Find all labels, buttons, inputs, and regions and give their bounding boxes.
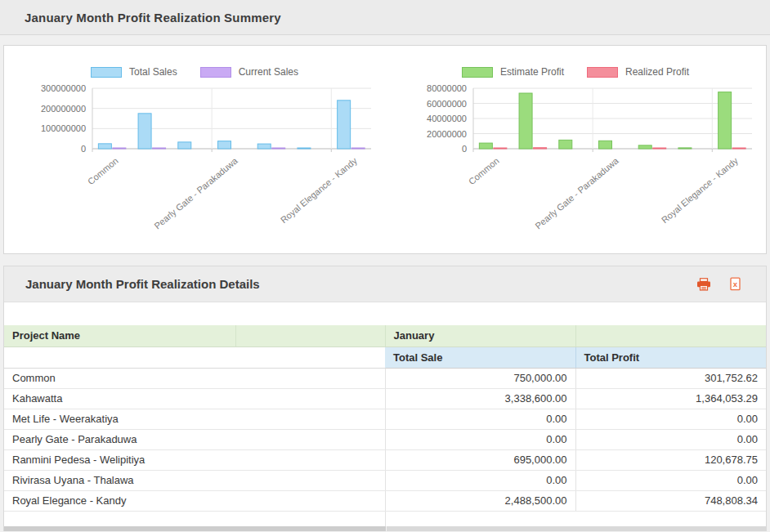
details-panel: January Month Profit Realization Details…	[3, 266, 767, 531]
total-profit-cell: 301,752.62	[575, 368, 766, 388]
table-scrollbar-track	[4, 526, 766, 531]
left-pane-scrollbar[interactable]	[4, 526, 386, 531]
export-excel-button[interactable]: x	[727, 277, 743, 292]
total-sale-cell: 750,000.00	[385, 368, 575, 388]
bar	[494, 148, 507, 149]
legend-item[interactable]: Estimate Profit	[462, 66, 564, 78]
svg-text:60000000: 60000000	[427, 99, 467, 109]
charts-panel: Total SalesCurrent Sales0100000000200000…	[3, 45, 767, 254]
bar	[678, 148, 692, 149]
svg-text:0: 0	[462, 144, 467, 154]
print-button[interactable]	[696, 277, 712, 292]
total-profit-cell: 0.00	[575, 470, 766, 490]
bar	[638, 145, 651, 149]
col-header-total-profit: Total Profit	[575, 346, 766, 368]
total-sale-cell: 2,488,500.00	[385, 490, 575, 511]
bar	[138, 114, 151, 149]
bar	[298, 148, 311, 149]
total-profit-cell: 1,364,053.29	[575, 388, 766, 409]
total-sale-cell: 695,000.00	[385, 449, 575, 470]
total-profit-cell: 748,808.34	[575, 490, 766, 511]
svg-text:x: x	[732, 279, 737, 288]
table-row: Common 750,000.00 301,752.62	[4, 368, 766, 388]
legend-swatch	[200, 67, 231, 78]
table-row: Pearly Gate - Parakaduwa 0.00 0.00	[4, 429, 766, 449]
details-table-wrap: Project Name January Total Sale Total Pr…	[4, 302, 766, 526]
bar	[599, 141, 612, 149]
details-title-bar: January Month Profit Realization Details…	[4, 266, 766, 302]
svg-text:100000000: 100000000	[41, 123, 86, 133]
print-icon	[696, 278, 711, 291]
table-row: Kahawatta 3,338,600.00 1,364,053.29	[4, 388, 766, 409]
bar	[479, 143, 492, 149]
svg-text:Pearly Gate - Parakaduwa: Pearly Gate - Parakaduwa	[152, 155, 240, 231]
project-name-cell: Pearly Gate - Parakaduwa	[4, 429, 385, 449]
table-row: Ranmini Pedesa - Welipitiya 695,000.00 1…	[4, 449, 766, 470]
svg-text:Common: Common	[467, 155, 501, 186]
col-header-spacer	[235, 325, 385, 346]
svg-text:200000000: 200000000	[41, 104, 86, 114]
sales-chart-legend: Total SalesCurrent Sales	[4, 65, 385, 78]
bar	[351, 148, 365, 149]
total-profit-cell: 120,678.75	[575, 449, 766, 470]
legend-item[interactable]: Total Sales	[91, 66, 177, 78]
svg-text:Common: Common	[86, 155, 120, 186]
summary-title-bar: January Month Profit Realization Summery	[0, 0, 770, 35]
svg-text:Royal Elegance - Kandy: Royal Elegance - Kandy	[660, 155, 741, 225]
legend-swatch	[91, 67, 122, 78]
bar	[653, 148, 666, 149]
profit-chart-plot: 020000000400000006000000080000000CommonP…	[387, 78, 763, 248]
svg-text:300000000: 300000000	[41, 83, 86, 93]
table-row: Royal Elegance - Kandy 2,488,500.00 748,…	[4, 490, 766, 511]
project-name-cell: Common	[4, 368, 385, 388]
total-sale-cell: 0.00	[385, 470, 575, 490]
bar	[519, 93, 532, 149]
svg-text:Royal Elegance - Kandy: Royal Elegance - Kandy	[279, 155, 360, 225]
profit-chart: Estimate ProfitRealized Profit0200000004…	[385, 46, 766, 253]
total-sale-cell: 3,338,600.00	[385, 388, 575, 409]
legend-label: Current Sales	[239, 66, 298, 78]
legend-label: Total Sales	[129, 66, 177, 78]
bar	[272, 148, 285, 149]
bar	[534, 148, 547, 149]
details-table: Project Name January Total Sale Total Pr…	[4, 325, 766, 526]
project-name-cell: Met Life - Weerakatiya	[4, 409, 385, 429]
svg-text:40000000: 40000000	[427, 114, 467, 123]
profit-chart-legend: Estimate ProfitRealized Profit	[385, 65, 766, 78]
bar	[178, 142, 191, 149]
total-profit-cell: 0.00	[575, 429, 766, 449]
svg-text:20000000: 20000000	[427, 129, 467, 139]
bar	[113, 148, 126, 149]
col-header-january: January	[385, 325, 575, 346]
details-table-body: Common 750,000.00 301,752.62 Kahawatta 3…	[4, 368, 766, 511]
svg-text:80000000: 80000000	[427, 83, 467, 93]
total-profit-cell: 0.00	[575, 409, 766, 429]
summary-title: January Month Profit Realization Summery	[25, 11, 281, 25]
details-title: January Month Profit Realization Details	[25, 277, 696, 291]
legend-swatch	[587, 67, 618, 78]
sales-chart-plot: 0100000000200000000300000000CommonPearly…	[7, 78, 383, 248]
bar	[98, 144, 111, 149]
sales-chart: Total SalesCurrent Sales0100000000200000…	[4, 46, 385, 253]
bar	[719, 92, 732, 149]
table-row: Rivirasa Uyana - Thalawa 0.00 0.00	[4, 470, 766, 490]
right-pane-scrollbar[interactable]	[386, 526, 766, 531]
project-name-cell: Rivirasa Uyana - Thalawa	[4, 470, 385, 490]
svg-text:Pearly Gate - Parakaduwa: Pearly Gate - Parakaduwa	[533, 155, 620, 231]
legend-item[interactable]: Realized Profit	[587, 66, 689, 78]
total-sale-cell: 0.00	[385, 429, 575, 449]
col-header-total-sale: Total Sale	[385, 346, 575, 368]
legend-label: Estimate Profit	[500, 66, 564, 78]
bar	[153, 148, 166, 149]
legend-item[interactable]: Current Sales	[200, 66, 298, 78]
col-header-january-spacer	[575, 325, 766, 346]
bar	[559, 140, 572, 149]
bar	[338, 101, 351, 149]
legend-swatch	[462, 67, 493, 78]
project-name-cell: Kahawatta	[4, 388, 385, 409]
excel-export-icon: x	[729, 277, 741, 291]
project-name-cell: Ranmini Pedesa - Welipitiya	[4, 449, 385, 470]
bar	[257, 144, 271, 149]
total-sale-cell: 0.00	[385, 409, 575, 429]
legend-label: Realized Profit	[625, 66, 689, 78]
